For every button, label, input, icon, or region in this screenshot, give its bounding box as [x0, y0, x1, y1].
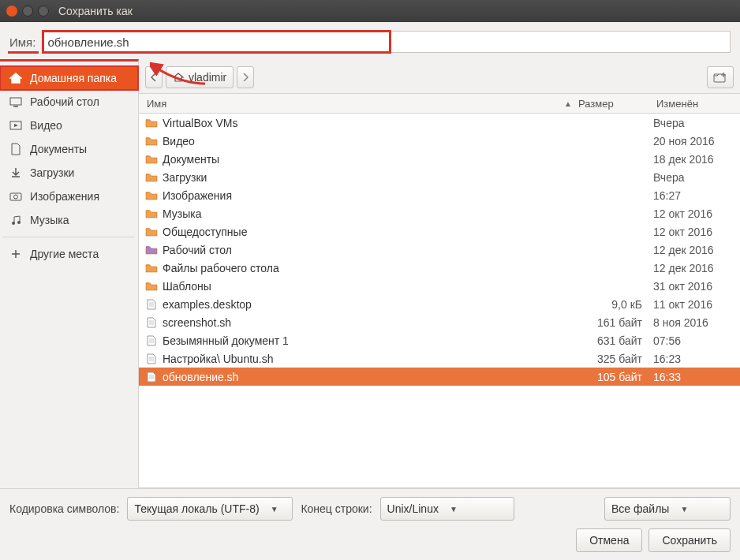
- filename-input[interactable]: [47, 35, 142, 49]
- file-row[interactable]: Документы18 дек 2016: [139, 150, 740, 168]
- file-size: 105 байт: [578, 371, 653, 383]
- filename-input-rest[interactable]: [391, 31, 731, 53]
- path-bar: vladimir: [139, 62, 740, 93]
- folder-icon: [144, 172, 159, 182]
- sidebar-item-desktop[interactable]: Рабочий стол: [0, 90, 138, 114]
- music-icon: [9, 214, 22, 226]
- chevron-left-icon: [151, 73, 157, 81]
- file-modified: 20 ноя 2016: [653, 135, 740, 147]
- file-name: screenshot.sh: [163, 316, 578, 329]
- path-segment-home[interactable]: vladimir: [166, 66, 234, 88]
- folder-icon: [144, 118, 159, 128]
- filename-row: Имя:: [0, 22, 740, 62]
- folder-icon: [144, 208, 159, 218]
- path-forward-button[interactable]: [237, 66, 254, 88]
- file-name: examples.desktop: [163, 298, 578, 311]
- file-name: Видео: [163, 135, 578, 147]
- new-folder-button[interactable]: [707, 66, 734, 88]
- sidebar-item-home[interactable]: Домашняя папка: [0, 66, 138, 90]
- file-name: VirtualBox VMs: [163, 117, 578, 129]
- svg-point-3: [14, 195, 18, 199]
- filter-value: Все файлы: [611, 502, 669, 515]
- minimize-icon[interactable]: [22, 6, 33, 17]
- file-modified: 16:33: [653, 371, 740, 383]
- encoding-value: Текущая локаль (UTF-8): [134, 502, 259, 515]
- desktop-icon: [9, 95, 22, 108]
- dialog-body: Домашняя папкаРабочий столВидеоДокументы…: [0, 62, 740, 488]
- column-header-modified[interactable]: Изменён: [653, 98, 740, 110]
- eol-dropdown[interactable]: Unix/Linux ▼: [380, 497, 514, 521]
- sidebar-other-places[interactable]: Другие места: [0, 242, 138, 266]
- file-row[interactable]: ЗагрузкиВчера: [139, 168, 740, 186]
- file-size: 9,0 кБ: [578, 298, 653, 311]
- sidebar-item-download[interactable]: Загрузки: [0, 161, 138, 185]
- folder-icon: [144, 190, 159, 200]
- file-row[interactable]: Настройка\ Ubuntu.sh325 байт16:23: [139, 349, 740, 368]
- file-list-header: Имя ▲ Размер Изменён: [139, 93, 740, 114]
- column-header-name[interactable]: Имя ▲: [139, 98, 578, 110]
- maximize-icon[interactable]: [38, 6, 49, 17]
- file-row[interactable]: Общедоступные12 окт 2016: [139, 222, 740, 241]
- cancel-button[interactable]: Отмена: [576, 528, 642, 552]
- file-row[interactable]: обновление.sh105 байт16:33: [139, 368, 740, 386]
- file-row[interactable]: Файлы рабочего стола12 дек 2016: [139, 259, 740, 277]
- file-row[interactable]: Видео20 ноя 2016: [139, 132, 740, 150]
- file-name: Настройка\ Ubuntu.sh: [163, 353, 578, 365]
- save-button[interactable]: Сохранить: [648, 528, 731, 552]
- svg-rect-2: [10, 193, 21, 200]
- file-modified: 8 ноя 2016: [653, 316, 740, 329]
- new-folder-icon: [713, 72, 727, 83]
- folder-icon: [144, 154, 159, 164]
- sidebar-item-label: Видео: [30, 119, 62, 132]
- file-modified: 16:27: [653, 189, 740, 202]
- plus-icon: [9, 248, 22, 260]
- file-list[interactable]: VirtualBox VMsВчераВидео20 ноя 2016Докум…: [139, 114, 740, 488]
- sort-ascending-icon: ▲: [564, 99, 572, 108]
- file-icon: [144, 335, 159, 346]
- file-row[interactable]: VirtualBox VMsВчера: [139, 114, 740, 132]
- folder-icon: [144, 226, 159, 237]
- chevron-right-icon: [242, 73, 249, 81]
- file-modified: 11 окт 2016: [653, 298, 740, 311]
- file-name: Документы: [163, 153, 578, 166]
- file-size: 325 байт: [578, 353, 653, 365]
- file-icon: [144, 371, 159, 383]
- file-icon: [144, 353, 159, 364]
- sidebar-item-video[interactable]: Видео: [0, 114, 138, 137]
- file-icon: [144, 317, 159, 328]
- file-icon: [144, 299, 159, 310]
- eol-label: Конец строки:: [301, 502, 372, 515]
- file-modified: 12 окт 2016: [653, 226, 740, 238]
- encoding-dropdown[interactable]: Текущая локаль (UTF-8) ▼: [127, 497, 293, 521]
- file-name: Файлы рабочего стола: [163, 262, 578, 274]
- action-buttons: Отмена Сохранить: [9, 528, 731, 552]
- download-icon: [9, 166, 22, 179]
- sidebar-item-music[interactable]: Музыка: [0, 208, 138, 232]
- filetype-filter-dropdown[interactable]: Все файлы ▼: [604, 497, 731, 521]
- file-row[interactable]: examples.desktop9,0 кБ11 окт 2016: [139, 295, 740, 313]
- close-icon[interactable]: [6, 6, 17, 17]
- sidebar-item-document[interactable]: Документы: [0, 137, 138, 161]
- file-row[interactable]: Музыка12 окт 2016: [139, 204, 740, 222]
- folder-icon: [144, 263, 159, 273]
- folder-icon: [144, 245, 159, 255]
- file-modified: 07:56: [653, 334, 740, 347]
- column-name-label: Имя: [147, 98, 166, 110]
- filename-label: Имя:: [9, 35, 36, 49]
- file-modified: Вчера: [653, 117, 740, 129]
- sidebar-item-camera[interactable]: Изображения: [0, 185, 138, 208]
- file-row[interactable]: Шаблоны31 окт 2016: [139, 277, 740, 295]
- file-row[interactable]: screenshot.sh161 байт8 ноя 2016: [139, 313, 740, 331]
- file-row[interactable]: Изображения16:27: [139, 186, 740, 204]
- file-row[interactable]: Безымянный документ 1631 байт07:56: [139, 331, 740, 349]
- file-name: Общедоступные: [163, 226, 578, 238]
- home-icon: [173, 73, 184, 82]
- path-back-button[interactable]: [145, 66, 163, 88]
- svg-point-5: [17, 221, 21, 224]
- file-name: Музыка: [163, 207, 578, 220]
- chevron-down-icon: ▼: [271, 505, 278, 513]
- column-header-size[interactable]: Размер: [578, 98, 653, 110]
- chevron-down-icon: ▼: [450, 505, 458, 513]
- file-modified: 18 дек 2016: [653, 153, 740, 166]
- file-row[interactable]: Рабочий стол12 дек 2016: [139, 241, 740, 259]
